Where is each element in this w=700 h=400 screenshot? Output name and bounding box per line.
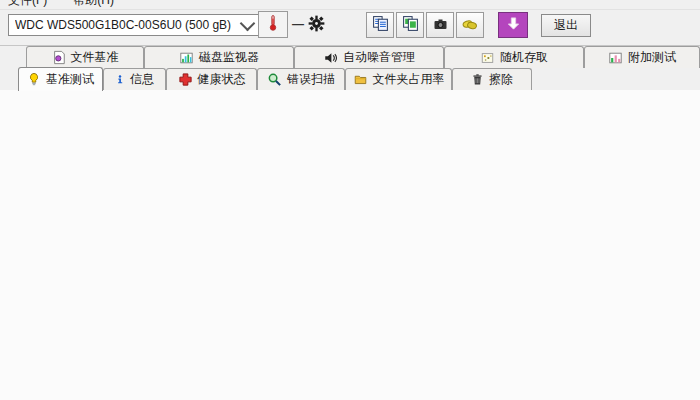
tab-lightbulb[interactable]: 基准测试 [18, 67, 103, 91]
donate-hands-button[interactable] [456, 12, 484, 38]
tab-magnifier[interactable]: 错误扫描 [257, 68, 345, 90]
disk-monitor-icon [179, 51, 194, 65]
menu-help[interactable]: 帮助(H) [73, 0, 114, 9]
copy-text-icon [372, 15, 389, 35]
tab-trash[interactable]: 擦除 [452, 68, 532, 90]
down-arrow-icon [506, 16, 521, 34]
benchmark-pane [0, 90, 700, 400]
hdtune-window: 文件(F) 帮助(H) WDC WDS500G1B0C-00S6U0 (500 … [0, 0, 700, 400]
tab-speaker[interactable]: 自动噪音管理 [294, 46, 444, 68]
health-cross-icon [178, 72, 193, 87]
tab-label: 错误扫描 [287, 71, 335, 88]
exit-button-label: 退出 [554, 17, 578, 34]
speaker-icon [323, 51, 338, 65]
tab-label: 文件基准 [71, 49, 119, 66]
extra-tests-icon [608, 51, 623, 65]
exit-button[interactable]: 退出 [541, 14, 591, 37]
tab-label: 基准测试 [46, 71, 94, 88]
menu-file[interactable]: 文件(F) [8, 0, 47, 9]
thermometer-icon [266, 13, 280, 36]
menu-bar: 文件(F) 帮助(H) [0, 0, 700, 10]
tab-health-cross[interactable]: 健康状态 [166, 68, 257, 90]
drive-select[interactable]: WDC WDS500G1B0C-00S6U0 (500 gB) [8, 14, 260, 36]
tab-label: 附加测试 [628, 49, 676, 66]
file-benchmark-icon [52, 50, 66, 65]
camera-icon [432, 16, 449, 35]
copy-image-icon [402, 15, 419, 35]
tab-random-access[interactable]: 随机存取 [444, 46, 584, 68]
temperature-button[interactable] [258, 11, 288, 38]
copy-image-button[interactable] [396, 12, 424, 38]
random-access-icon [480, 51, 495, 65]
folder-icon [353, 73, 368, 86]
tab-disk-monitor[interactable]: 磁盘监视器 [144, 46, 294, 68]
lightbulb-icon [27, 72, 41, 87]
trash-icon [471, 72, 484, 87]
info-icon [115, 72, 125, 87]
drive-select-value: WDC WDS500G1B0C-00S6U0 (500 gB) [15, 18, 242, 32]
tab-extra-tests[interactable]: 附加测试 [584, 46, 700, 68]
tab-label: 文件夹占用率 [373, 71, 445, 88]
tab-label: 信息 [130, 71, 154, 88]
tab-label: 健康状态 [198, 71, 246, 88]
temperature-value: — [292, 17, 304, 31]
camera-button[interactable] [426, 12, 454, 38]
fan-gear-icon [308, 15, 325, 35]
copy-text-button[interactable] [366, 12, 394, 38]
tab-label: 随机存取 [500, 49, 548, 66]
chevron-down-icon [240, 15, 256, 31]
tab-info[interactable]: 信息 [103, 68, 166, 90]
toolbar: WDC WDS500G1B0C-00S6U0 (500 gB) — 退出 [0, 10, 700, 46]
tab-file-benchmark[interactable]: 文件基准 [26, 46, 144, 68]
tab-label: 磁盘监视器 [199, 49, 259, 66]
tab-folder[interactable]: 文件夹占用率 [345, 68, 452, 90]
tab-label: 自动噪音管理 [343, 49, 415, 66]
save-screenshot-button[interactable] [498, 12, 528, 38]
tab-label: 擦除 [489, 71, 513, 88]
magnifier-icon [267, 72, 282, 87]
donate-hands-icon [461, 16, 479, 35]
